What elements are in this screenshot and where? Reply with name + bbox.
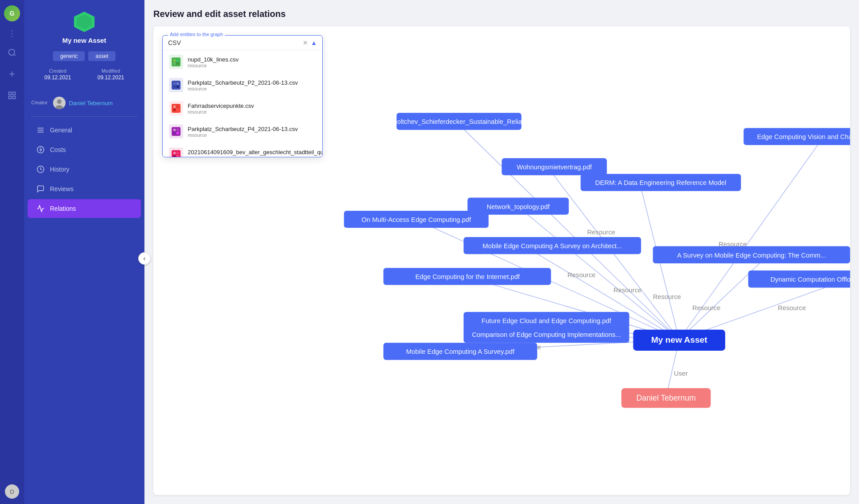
dropdown-item[interactable]: 20210614091609_bev_alter_geschlecht_stad… bbox=[163, 143, 322, 157]
item-icon-4 bbox=[169, 124, 183, 139]
svg-rect-2 bbox=[13, 92, 16, 95]
svg-rect-21 bbox=[173, 82, 176, 85]
page-title: Review and edit asset relations bbox=[153, 9, 850, 19]
svg-text:A Survey on Mobile Edge Comput: A Survey on Mobile Edge Computing: The C… bbox=[677, 252, 826, 259]
item-info-4: Parkplatz_Scharbeutz_P4_2021-06-13.csv r… bbox=[188, 126, 298, 138]
sidebar-collapse-button[interactable]: ‹ bbox=[138, 252, 151, 265]
menu-icon bbox=[37, 126, 45, 134]
item-info-5: 20210614091609_bev_alter_geschlecht_stad… bbox=[188, 149, 322, 157]
svg-rect-15 bbox=[172, 57, 181, 66]
edge-label: Resource bbox=[653, 293, 681, 300]
node-wohnungsmietvertrag[interactable]: Wohnungsmietvertrag.pdf bbox=[502, 158, 607, 175]
svg-rect-34 bbox=[177, 132, 179, 134]
item-type-4: resource bbox=[188, 132, 298, 138]
svg-rect-35 bbox=[172, 150, 181, 157]
add-icon[interactable] bbox=[5, 67, 19, 81]
sidebar-nav: General Costs History Reviews Relations bbox=[24, 117, 144, 222]
dropdown-item[interactable]: Parkplatz_Scharbeutz_P4_2021-06-13.csv r… bbox=[163, 120, 322, 143]
item-name-3: Fahrradservicepunkte.csv bbox=[188, 102, 254, 109]
add-entities-input[interactable] bbox=[168, 39, 300, 46]
svg-rect-16 bbox=[173, 59, 176, 61]
creator-name[interactable]: Daniel Tebernum bbox=[69, 100, 113, 107]
sidebar-item-history-label: History bbox=[50, 166, 70, 173]
node-user-daniel[interactable]: Daniel Tebernum bbox=[621, 388, 711, 408]
more-options-icon[interactable]: ⋮ bbox=[8, 29, 16, 38]
svg-point-13 bbox=[37, 147, 44, 153]
node-dynamic-computation[interactable]: Dynamic Computation Offloading for Mobil… bbox=[748, 270, 850, 287]
svg-rect-25 bbox=[172, 104, 181, 113]
app-logo: G bbox=[4, 5, 20, 21]
svg-rect-19 bbox=[177, 62, 179, 65]
item-type-5: resource bbox=[188, 156, 322, 157]
node-derm[interactable]: DERM: A Data Engineering Reference Model bbox=[580, 174, 741, 191]
node-center-asset[interactable]: My new Asset bbox=[633, 330, 725, 351]
node-mobile-edge-survey2[interactable]: Mobile Edge Computing A Survey.pdf bbox=[383, 343, 537, 360]
grid-icon[interactable] bbox=[5, 88, 19, 102]
svg-rect-38 bbox=[173, 155, 176, 157]
node-comparison[interactable]: Comparison of Edge Computing Implementat… bbox=[464, 326, 629, 343]
sidebar: ‹ My new Asset generic asset Created 09.… bbox=[24, 0, 144, 504]
sidebar-item-costs[interactable]: Costs bbox=[28, 140, 141, 159]
add-entities-label: Add entities to the graph bbox=[168, 32, 225, 37]
relations-icon bbox=[37, 205, 45, 213]
tag-asset[interactable]: asset bbox=[88, 51, 115, 61]
edge-label: Resource bbox=[567, 271, 596, 279]
item-name-5: 20210614091609_bev_alter_geschlecht_stad… bbox=[188, 149, 322, 156]
creator-row: Creator Daniel Tebernum bbox=[24, 93, 144, 116]
item-type-1: resource bbox=[188, 63, 238, 68]
modified-label: Modified bbox=[102, 68, 120, 74]
svg-rect-22 bbox=[177, 82, 179, 85]
svg-text:Future Edge Cloud and Edge Com: Future Edge Cloud and Edge Computing.pdf bbox=[481, 317, 612, 324]
dropdown-item[interactable]: nupd_10k_lines.csv resource bbox=[163, 50, 322, 74]
sidebar-item-reviews[interactable]: Reviews bbox=[28, 180, 141, 198]
chat-icon bbox=[37, 185, 45, 193]
node-on-multi-access[interactable]: On Multi-Access Edge Computing.pdf bbox=[344, 211, 489, 228]
svg-rect-18 bbox=[173, 62, 176, 65]
node-edge-computing-internet[interactable]: Edge Computing for the Internet.pdf bbox=[383, 268, 551, 285]
svg-rect-1 bbox=[9, 92, 12, 95]
node-tcholtchev[interactable]: Tcholtchev_Schieferdecker_Sustainable_Re… bbox=[387, 113, 531, 130]
nav-bar: G ⋮ D bbox=[0, 0, 24, 504]
graph-container: Add entities to the graph ✕ ▲ nupd_10k_l… bbox=[153, 26, 850, 495]
edge-label: Resource bbox=[778, 304, 806, 311]
main-content: Review and edit asset relations Add enti… bbox=[144, 0, 859, 504]
svg-text:Daniel Tebernum: Daniel Tebernum bbox=[636, 393, 695, 402]
add-entities-panel: Add entities to the graph ✕ ▲ nupd_10k_l… bbox=[162, 35, 323, 157]
tag-generic[interactable]: generic bbox=[53, 51, 85, 61]
svg-rect-29 bbox=[177, 109, 179, 111]
edge-label: User bbox=[674, 370, 688, 377]
sidebar-item-reviews-label: Reviews bbox=[50, 185, 74, 193]
edge-label: Resource bbox=[587, 229, 615, 236]
sidebar-header: My new Asset generic asset Created 09.12… bbox=[24, 0, 144, 93]
modified-meta: Modified 09.12.2021 bbox=[97, 68, 124, 81]
item-icon-5 bbox=[169, 148, 183, 157]
sidebar-item-history[interactable]: History bbox=[28, 160, 141, 179]
sidebar-item-general[interactable]: General bbox=[28, 121, 141, 139]
svg-rect-32 bbox=[177, 129, 179, 131]
dropdown-item[interactable]: Fahrradservicepunkte.csv resource bbox=[163, 97, 322, 120]
sidebar-item-relations[interactable]: Relations bbox=[28, 199, 141, 218]
toggle-dropdown-icon[interactable]: ▲ bbox=[311, 39, 317, 46]
svg-rect-3 bbox=[9, 96, 12, 99]
svg-text:Network_topology.pdf: Network_topology.pdf bbox=[487, 203, 550, 210]
svg-point-0 bbox=[9, 49, 15, 55]
user-avatar-nav[interactable]: D bbox=[5, 484, 19, 499]
node-edge-computing-vision[interactable]: Edge Computing Vision and Challenges.pdf bbox=[744, 128, 850, 145]
node-mobile-edge-arch[interactable]: Mobile Edge Computing A Survey on Archit… bbox=[464, 237, 641, 254]
node-survey-mobile[interactable]: A Survey on Mobile Edge Computing: The C… bbox=[653, 246, 850, 263]
edge-label: Resource bbox=[692, 304, 720, 311]
clear-icon[interactable]: ✕ bbox=[303, 39, 308, 46]
svg-rect-37 bbox=[177, 152, 179, 154]
item-type-3: resource bbox=[188, 109, 254, 115]
search-icon[interactable] bbox=[5, 45, 19, 60]
svg-rect-31 bbox=[173, 129, 176, 131]
svg-rect-20 bbox=[172, 81, 181, 90]
svg-text:DERM: A Data Engineering Refer: DERM: A Data Engineering Reference Model bbox=[595, 179, 726, 186]
svg-text:On Multi-Access Edge Computing: On Multi-Access Edge Computing.pdf bbox=[362, 216, 472, 223]
dollar-icon bbox=[37, 146, 45, 154]
svg-rect-39 bbox=[177, 155, 179, 157]
tag-row: generic asset bbox=[53, 51, 115, 61]
meta-row: Created 09.12.2021 Modified 09.12.2021 bbox=[31, 68, 137, 81]
dropdown-item[interactable]: Parkplatz_Scharbeutz_P2_2021-06-13.csv r… bbox=[163, 74, 322, 97]
svg-text:Mobile Edge Computing A Survey: Mobile Edge Computing A Survey.pdf bbox=[406, 348, 515, 355]
